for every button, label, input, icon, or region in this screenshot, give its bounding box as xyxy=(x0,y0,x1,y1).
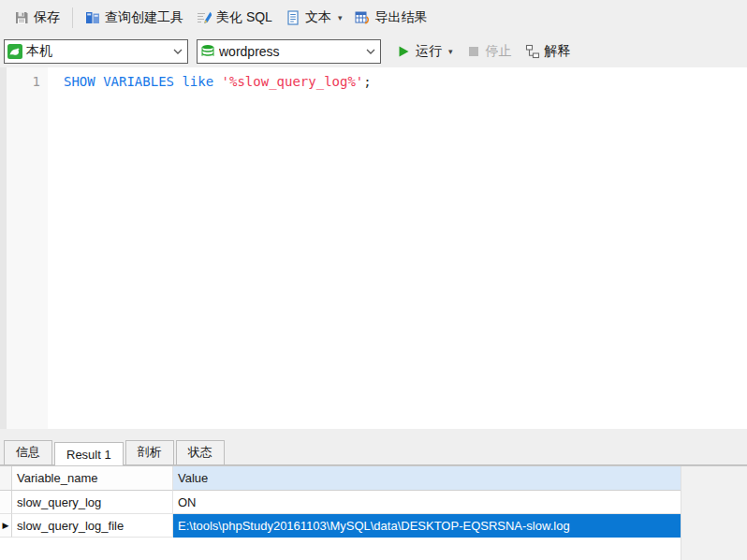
stop-label: 停止 xyxy=(486,43,512,60)
line-number-gutter: 1 xyxy=(7,67,48,429)
text-view-label: 文本 xyxy=(305,9,331,26)
column-header-value[interactable]: Value xyxy=(173,465,681,491)
beautify-sql-label: 美化 SQL xyxy=(216,9,272,26)
row-header-cell[interactable]: ▶ xyxy=(0,514,12,538)
connection-value: 本机 xyxy=(26,43,168,60)
floppy-disk-icon xyxy=(14,10,29,25)
query-window: 保存 查询创建工具 美化 SQL 文本 xyxy=(0,0,747,560)
sql-keyword: SHOW VARIABLES like xyxy=(64,74,222,89)
grid-header-row: Variable_name Value xyxy=(0,465,681,491)
connection-select[interactable]: 本机 xyxy=(4,39,188,64)
cell-text: slow_query_log xyxy=(17,495,101,509)
main-toolbar: 保存 查询创建工具 美化 SQL 文本 xyxy=(0,0,747,36)
tab-profile-label: 剖析 xyxy=(138,445,162,459)
tab-info-label: 信息 xyxy=(16,445,40,459)
tab-status[interactable]: 状态 xyxy=(176,440,225,464)
tab-profile[interactable]: 剖析 xyxy=(125,440,174,464)
tab-info[interactable]: 信息 xyxy=(4,440,52,464)
export-results-label: 导出结果 xyxy=(374,9,427,26)
cell-value-selected[interactable]: E:\tools\phpStudy20161103\MySQL\data\DES… xyxy=(173,514,681,538)
database-value: wordpress xyxy=(219,44,361,59)
database-select[interactable]: wordpress xyxy=(197,39,381,64)
query-builder-icon xyxy=(85,10,100,25)
query-builder-label: 查询创建工具 xyxy=(105,9,183,26)
cell-variable-name[interactable]: slow_query_log xyxy=(12,491,173,514)
run-label: 运行 xyxy=(416,43,442,60)
explain-button[interactable]: 解释 xyxy=(519,39,578,64)
database-icon xyxy=(200,44,215,59)
grid-corner-cell[interactable] xyxy=(0,465,12,491)
stop-icon xyxy=(466,44,481,59)
cell-variable-name[interactable]: slow_query_log_file xyxy=(12,514,173,538)
line-number: 1 xyxy=(33,74,40,89)
sql-editor: 1 SHOW VARIABLES like '%slow_query_log%'… xyxy=(0,67,747,429)
chevron-down-icon xyxy=(365,48,376,55)
explain-icon xyxy=(525,44,540,59)
sql-punct: ; xyxy=(363,74,371,89)
grid-top-border xyxy=(0,465,747,466)
beautify-sql-button[interactable]: 美化 SQL xyxy=(190,6,279,30)
text-document-icon xyxy=(286,10,300,25)
result-grid-panel: Variable_name Value slow_query_log ON ▶ xyxy=(0,465,747,560)
column-header-label: Variable_name xyxy=(17,471,97,485)
cell-text: ON xyxy=(178,495,197,509)
column-header-variable-name[interactable]: Variable_name xyxy=(12,465,173,491)
column-header-label: Value xyxy=(178,471,208,485)
run-button[interactable]: 运行 ▾ xyxy=(389,39,460,64)
chevron-down-icon xyxy=(172,48,183,55)
result-grid: Variable_name Value slow_query_log ON ▶ xyxy=(0,465,681,560)
sql-string: '%slow_query_log%' xyxy=(222,74,364,89)
cell-text: E:\tools\phpStudy20161103\MySQL\data\DES… xyxy=(178,519,570,533)
result-tabstrip: 信息 Result 1 剖析 状态 xyxy=(0,440,747,465)
editor-margin-strip xyxy=(0,67,7,429)
code-area[interactable]: SHOW VARIABLES like '%slow_query_log%'; xyxy=(48,67,747,429)
stop-button[interactable]: 停止 xyxy=(460,39,519,64)
save-button[interactable]: 保存 xyxy=(7,6,66,30)
explain-label: 解释 xyxy=(545,43,571,60)
mysql-connection-icon xyxy=(7,44,22,59)
run-dropdown-caret-icon: ▾ xyxy=(448,47,453,56)
table-row: slow_query_log ON xyxy=(0,491,681,514)
beautify-sql-icon xyxy=(197,10,212,25)
tab-status-label: 状态 xyxy=(188,445,212,459)
tab-result-1[interactable]: Result 1 xyxy=(54,442,124,465)
table-row-current: ▶ slow_query_log_file E:\tools\phpStudy2… xyxy=(0,514,681,538)
text-view-button[interactable]: 文本 ▾ xyxy=(279,6,349,30)
current-row-indicator-icon: ▶ xyxy=(3,522,9,530)
toolbar-separator xyxy=(72,7,73,28)
tab-result-1-label: Result 1 xyxy=(66,448,111,462)
editor-results-divider xyxy=(0,429,747,440)
query-builder-button[interactable]: 查询创建工具 xyxy=(79,6,190,30)
text-dropdown-caret-icon: ▾ xyxy=(338,13,343,22)
run-toolbar: 本机 wordpress 运行 ▾ xyxy=(0,36,747,67)
grid-empty-area xyxy=(681,465,747,560)
cell-text: slow_query_log_file xyxy=(17,519,124,533)
row-header-cell[interactable] xyxy=(0,491,12,514)
save-label: 保存 xyxy=(34,9,60,26)
cell-value[interactable]: ON xyxy=(173,491,681,514)
play-icon xyxy=(396,44,411,59)
export-results-button[interactable]: 导出结果 xyxy=(348,6,433,30)
export-results-icon xyxy=(355,10,370,25)
